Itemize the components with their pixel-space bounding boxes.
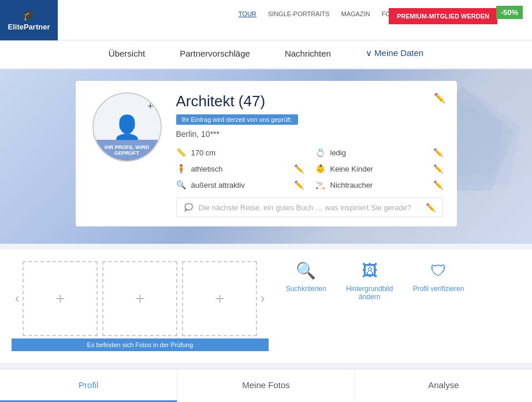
status-badge: Ihr Eintrag wird derzeit von uns geprüft… (176, 114, 299, 125)
marital-row: 💍 ledig ✏️ (315, 146, 443, 159)
body-icon: 🧍 (176, 164, 187, 173)
carousel-prev-button[interactable]: ‹ (12, 291, 23, 306)
top-links: TOUR SINGLE-PORTRAITS MAGAZIN FORUM (239, 10, 405, 17)
avatar-placeholder-icon: 👤 (113, 114, 142, 141)
search-criteria-action[interactable]: 🔍 Suchkriterien (286, 261, 326, 301)
smoking-edit-icon[interactable]: ✏️ (433, 180, 443, 189)
attractiveness-icon: 🔍 (176, 180, 187, 189)
premium-button[interactable]: PREMIUM-MITGLIED WERDEN (389, 8, 497, 24)
nav-meine-daten[interactable]: ∨ Meine Daten (366, 48, 423, 61)
profile-top: 👤 + IHR PROFIL WIRD GEPRÜFT Architekt (4… (90, 92, 443, 217)
verify-profile-label: Profil verifizieren (413, 285, 464, 293)
motivation-row: 💭 Die nächste Reise, ein gutes Buch … wa… (176, 198, 443, 217)
marital-edit-icon[interactable]: ✏️ (433, 148, 443, 157)
photo-section: ‹ + + + › Es befinden sich Fotos in der … (0, 250, 532, 363)
quick-actions: 🔍 Suchkriterien 🖼 Hintergrundbild ändern… (286, 261, 464, 301)
tab-meine-fotos[interactable]: Meine Fotos (177, 370, 355, 402)
avatar-add-icon: + (147, 100, 154, 113)
height-row: 📏 170 cm (176, 146, 304, 159)
smoking-row: 🚬 Nichtraucher ✏️ (315, 178, 443, 192)
edit-profile-icon[interactable]: ✏️ (434, 92, 445, 103)
motivation-placeholder: Die nächste Reise, ein gutes Buch … was … (199, 203, 421, 212)
single-portraits-link[interactable]: SINGLE-PORTRAITS (268, 10, 330, 17)
motivation-icon: 💭 (184, 203, 194, 211)
photo-slot-3[interactable]: + (182, 261, 257, 336)
verify-profile-action[interactable]: 🛡 Profil verifizieren (413, 261, 464, 301)
photo-slot-1[interactable]: + (23, 261, 98, 336)
children-value: Keine Kinder (330, 165, 373, 173)
verify-profile-icon: 🛡 (430, 261, 447, 280)
main-navigation: Übersicht Partnervorschläge Nachrichten … (0, 40, 532, 69)
nav-partnervorschlage[interactable]: Partnervorschläge (180, 49, 250, 61)
body-value: athletisch (191, 165, 223, 173)
avatar-area: 👤 + IHR PROFIL WIRD GEPRÜFT (90, 92, 165, 217)
photo-carousel-area: ‹ + + + › Es befinden sich Fotos in der … (12, 261, 269, 351)
hero-section: ✏️ 👤 + IHR PROFIL WIRD GEPRÜFT Architekt… (0, 69, 532, 244)
magazin-link[interactable]: MAGAZIN (341, 10, 370, 17)
tab-analyse[interactable]: Analyse (355, 370, 532, 402)
tab-profil[interactable]: Profil (0, 370, 177, 402)
profile-card: ✏️ 👤 + IHR PROFIL WIRD GEPRÜFT Architekt… (76, 81, 457, 226)
background-image-action[interactable]: 🖼 Hintergrundbild ändern (344, 261, 396, 301)
attractiveness-value: äußerst attraktiv (191, 181, 245, 189)
photo-slot-2[interactable]: + (102, 261, 177, 336)
height-icon: 📏 (176, 148, 187, 157)
search-criteria-icon: 🔍 (296, 261, 316, 280)
carousel-next-button[interactable]: › (257, 291, 268, 306)
background-image-icon: 🖼 (362, 261, 378, 280)
smoking-value: Nichtraucher (330, 181, 373, 189)
smoking-icon: 🚬 (315, 180, 326, 189)
attractiveness-edit-icon[interactable]: ✏️ (294, 180, 304, 189)
logo-icon: 🎓 (23, 9, 35, 21)
nav-ubersicht[interactable]: Übersicht (109, 49, 145, 61)
children-edit-icon[interactable]: ✏️ (433, 164, 443, 173)
marital-value: ledig (330, 148, 346, 157)
motivation-edit-icon[interactable]: ✏️ (426, 203, 436, 212)
photo-slots: + + + (23, 261, 257, 336)
body-edit-icon[interactable]: ✏️ (294, 164, 304, 173)
nav-nachrichten[interactable]: Nachrichten (285, 49, 331, 61)
children-row: 👶 Keine Kinder ✏️ (315, 162, 443, 176)
avatar-overlay: IHR PROFIL WIRD GEPRÜFT (94, 140, 161, 161)
attractiveness-row: 🔍 äußerst attraktiv ✏️ (176, 178, 304, 192)
search-criteria-label: Suchkriterien (286, 285, 326, 293)
bottom-tabs: Profil Meine Fotos Analyse (0, 368, 532, 402)
details-grid: 📏 170 cm 💍 ledig ✏️ 🧍 athletisch ✏️ (176, 146, 443, 192)
tour-link[interactable]: TOUR (239, 10, 256, 17)
profile-location: Berlin, 10*** (176, 129, 443, 139)
body-row: 🧍 athletisch ✏️ (176, 162, 304, 176)
logo-text: ElitePartner (8, 23, 50, 31)
profile-info: Architekt (47) Ihr Eintrag wird derzeit … (176, 92, 443, 217)
avatar-circle[interactable]: 👤 + IHR PROFIL WIRD GEPRÜFT (92, 92, 162, 162)
photo-status-bar: Es befinden sich Fotos in der Prüfung (12, 338, 269, 351)
photo-carousel: ‹ + + + › (12, 261, 269, 336)
height-value: 170 cm (191, 148, 216, 157)
marital-icon: 💍 (315, 148, 326, 157)
logo[interactable]: 🎓 ElitePartner (0, 0, 58, 40)
discount-badge: -50% (496, 6, 523, 19)
background-image-label: Hintergrundbild ändern (344, 285, 396, 301)
top-navigation: 🎓 ElitePartner TOUR SINGLE-PORTRAITS MAG… (0, 0, 532, 40)
children-icon: 👶 (315, 164, 326, 173)
profile-name: Architekt (47) (176, 92, 443, 110)
